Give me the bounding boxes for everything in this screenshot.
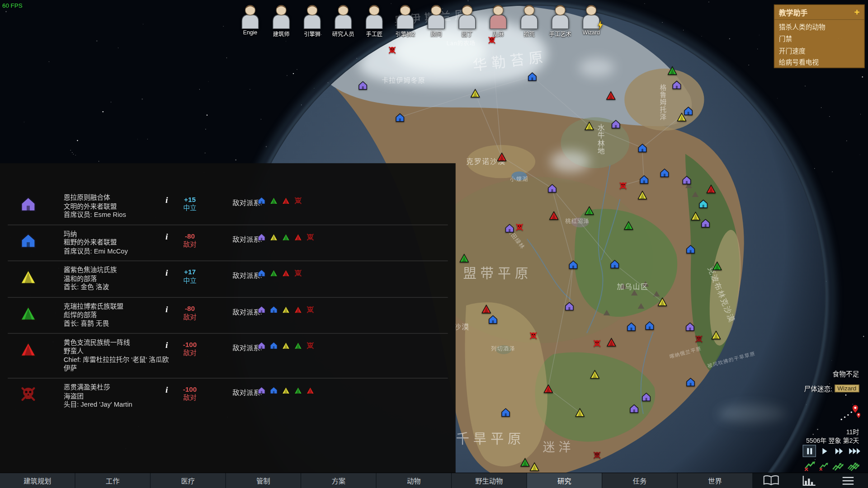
faction-info-icon[interactable]: i bbox=[165, 195, 168, 205]
settlement-marker-purple[interactable] bbox=[701, 218, 710, 228]
settlement-marker-purple[interactable] bbox=[611, 119, 620, 129]
settlement-marker-green[interactable] bbox=[520, 457, 529, 467]
colonist-portrait[interactable]: 顾问 bbox=[421, 3, 452, 38]
faction-info-icon[interactable]: i bbox=[165, 385, 168, 395]
pause-button[interactable] bbox=[803, 446, 816, 456]
pirate-skull-marker[interactable] bbox=[694, 334, 703, 343]
colonist-portrait[interactable]: 乱麻 bbox=[483, 3, 514, 38]
settlement-marker-blue[interactable] bbox=[637, 143, 647, 153]
settlement-marker-yellow[interactable] bbox=[529, 462, 539, 471]
settlement-marker-yellow[interactable] bbox=[584, 121, 594, 131]
settlement-marker-green[interactable] bbox=[712, 261, 722, 270]
event-skull-marker[interactable] bbox=[529, 331, 537, 339]
plus-icon[interactable]: + bbox=[854, 8, 859, 17]
settlement-marker-purple[interactable] bbox=[685, 322, 694, 331]
colonist-portrait[interactable]: 手工匠 bbox=[359, 3, 390, 38]
colonist-portrait[interactable]: Wizard bbox=[576, 3, 607, 38]
settlement-marker-blue[interactable] bbox=[527, 72, 537, 81]
settlement-marker-yellow[interactable] bbox=[691, 211, 700, 221]
faction-row[interactable]: 恶贯满盈美杜莎海盗团头目: Jered 'Jay' Martini-100敌对敌… bbox=[0, 379, 456, 414]
settlement-marker-yellow[interactable] bbox=[470, 88, 480, 98]
pirate-skull-marker[interactable] bbox=[593, 450, 601, 459]
settlement-marker-blue[interactable] bbox=[686, 377, 695, 386]
menu-icon[interactable] bbox=[838, 475, 858, 487]
event-skull-marker[interactable] bbox=[618, 181, 627, 189]
stat-graph-icon[interactable] bbox=[847, 461, 861, 471]
settlement-marker-red[interactable] bbox=[706, 184, 716, 193]
event-skull-marker[interactable] bbox=[593, 339, 601, 347]
learning-helper-item[interactable]: 开门速度 bbox=[774, 44, 864, 56]
settlement-marker-blue[interactable] bbox=[627, 322, 636, 331]
settlement-marker-purple[interactable] bbox=[547, 183, 557, 193]
faction-row[interactable]: 酱紫色焦油坑氏族温和的部落酋长: 金色 洛波i+17中立敌对派系: bbox=[0, 261, 456, 297]
faction-row[interactable]: 黄色支流民族统一阵线野蛮人Chief: 库雷杜拉拉托尔 '老鼠' 洛瓜欧伊萨i-… bbox=[0, 333, 456, 378]
event-skull-marker[interactable] bbox=[388, 46, 396, 54]
settlement-marker-green[interactable] bbox=[459, 253, 469, 263]
settlement-marker-purple[interactable] bbox=[564, 301, 574, 311]
learning-helper-item[interactable]: 猎杀人类的动物 bbox=[774, 20, 864, 32]
speed-3-button[interactable] bbox=[848, 446, 860, 456]
settlement-marker-purple[interactable] bbox=[505, 223, 514, 233]
settlement-marker-yellow[interactable] bbox=[590, 369, 599, 379]
stat-graph-icon[interactable] bbox=[831, 461, 844, 471]
colonist-portrait[interactable]: 建筑师 bbox=[266, 3, 297, 38]
settlement-marker-purple[interactable] bbox=[629, 404, 639, 413]
caravan-route-icon[interactable] bbox=[838, 404, 860, 423]
settlement-marker-blue[interactable] bbox=[488, 314, 497, 324]
settlement-marker-yellow[interactable] bbox=[575, 408, 585, 417]
stat-graph-icon[interactable] bbox=[819, 462, 829, 471]
stat-graph-icon[interactable] bbox=[804, 461, 816, 471]
bottom-tab[interactable]: 管制 bbox=[226, 473, 301, 488]
settlement-marker-teal[interactable] bbox=[698, 199, 708, 208]
settlement-marker-blue[interactable] bbox=[645, 321, 654, 330]
bottom-tab[interactable]: 研究 bbox=[527, 473, 602, 488]
settlement-marker-red[interactable] bbox=[481, 304, 491, 314]
colonist-portrait[interactable]: 引擎狮2 bbox=[390, 3, 421, 38]
settlement-marker-purple[interactable] bbox=[682, 175, 691, 185]
settlement-marker-red[interactable] bbox=[606, 90, 615, 100]
learning-helper-item[interactable]: 给病号看电视 bbox=[774, 56, 864, 67]
colonist-portrait[interactable]: 园丁 bbox=[452, 3, 483, 38]
settlement-marker-red[interactable] bbox=[543, 384, 553, 393]
speed-2-button[interactable] bbox=[833, 446, 845, 456]
settlement-marker-yellow[interactable] bbox=[637, 190, 647, 200]
settlement-marker-green[interactable] bbox=[584, 206, 594, 215]
settlement-marker-blue[interactable] bbox=[660, 168, 669, 178]
settlement-marker-purple[interactable] bbox=[642, 392, 651, 402]
faction-row[interactable]: 恩拉原则融合体文明的外来者联盟首席议员: Esme Riosi+15中立敌对派系… bbox=[0, 189, 456, 225]
settlement-marker-blue[interactable] bbox=[610, 259, 619, 269]
event-skull-marker[interactable] bbox=[515, 223, 523, 231]
bottom-tab[interactable]: 任务 bbox=[602, 473, 677, 488]
settlement-marker-blue[interactable] bbox=[686, 244, 695, 254]
faction-info-icon[interactable]: i bbox=[165, 231, 168, 241]
settlement-marker-blue[interactable] bbox=[684, 106, 693, 115]
faction-row[interactable]: 玛纳粗野的外来者联盟首席议员: Emi McCoyi-80敌对敌对派系: bbox=[0, 225, 456, 261]
speed-1-button[interactable] bbox=[818, 446, 830, 456]
alert-low-food[interactable]: 食物不足 bbox=[833, 369, 859, 378]
settlement-marker-yellow[interactable] bbox=[657, 297, 667, 306]
settlement-marker-blue[interactable] bbox=[501, 408, 510, 417]
colonist-portrait[interactable]: 手工艺术 bbox=[545, 3, 576, 38]
bottom-tab[interactable]: 工作 bbox=[75, 473, 150, 488]
alert-corpse-obsession[interactable]: 尸体迷恋: Wizard bbox=[804, 384, 859, 393]
settlement-marker-green[interactable] bbox=[623, 221, 633, 230]
settlement-marker-red[interactable] bbox=[497, 152, 506, 161]
bottom-tab[interactable]: 动物 bbox=[377, 473, 451, 488]
colonist-portrait[interactable]: 拾荒 bbox=[514, 3, 545, 38]
settlement-marker-yellow[interactable] bbox=[711, 330, 721, 339]
settlement-marker-blue[interactable] bbox=[395, 113, 405, 122]
settlement-marker-blue[interactable] bbox=[568, 260, 578, 269]
faction-info-icon[interactable]: i bbox=[165, 268, 168, 278]
colonist-portrait[interactable]: Engie bbox=[235, 3, 266, 38]
faction-row[interactable]: 克瑞拉博索氏族联盟彪悍的部落酋长: 喜鹊 无畏i-80敌对敌对派系: bbox=[0, 297, 456, 333]
settlement-marker-red[interactable] bbox=[606, 337, 616, 347]
settlement-marker-purple[interactable] bbox=[358, 80, 368, 90]
faction-info-icon[interactable]: i bbox=[165, 304, 168, 314]
settlement-marker-green[interactable] bbox=[667, 66, 677, 75]
settlement-marker-blue[interactable] bbox=[639, 174, 649, 184]
settlement-marker-purple[interactable] bbox=[672, 80, 681, 89]
colonist-portrait[interactable]: 研究人员 bbox=[328, 3, 359, 38]
faction-info-icon[interactable]: i bbox=[165, 340, 168, 350]
learning-helper-item[interactable]: 门禁 bbox=[774, 32, 864, 43]
bottom-tab[interactable]: 医疗 bbox=[151, 473, 225, 488]
